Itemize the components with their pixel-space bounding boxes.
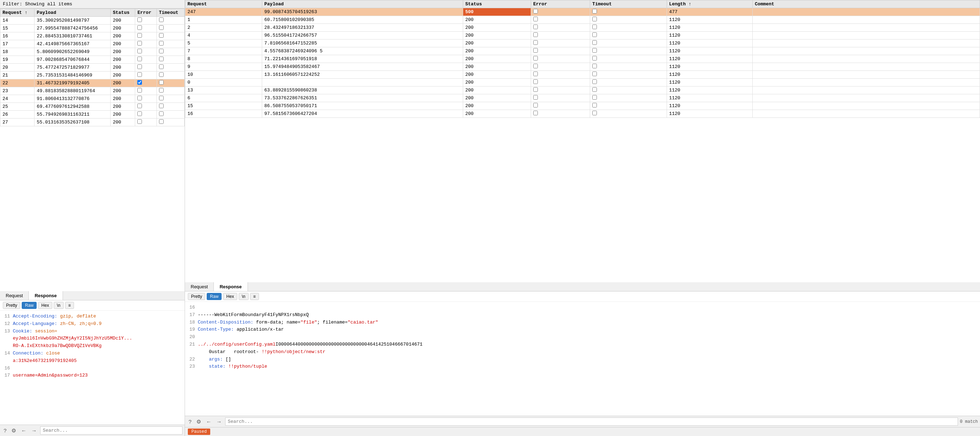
right-table-row[interactable]: 57.810656816471522852001120 — [185, 40, 980, 47]
right-row-timeout-checkbox[interactable] — [592, 24, 597, 29]
left-help-icon[interactable]: ? — [2, 427, 8, 434]
left-table-row[interactable]: 2125.73531531484146969200 — [0, 72, 185, 79]
left-row-error-checkbox[interactable] — [137, 72, 142, 77]
left-row-error-checkbox[interactable] — [137, 80, 142, 85]
left-fmt-newline[interactable]: \n — [54, 302, 64, 309]
left-row-timeout-checkbox[interactable] — [159, 96, 164, 101]
left-fmt-hex[interactable]: Hex — [38, 302, 52, 309]
right-table-row[interactable]: 228.4324971863213372001120 — [185, 24, 980, 32]
left-row-timeout-checkbox[interactable] — [159, 104, 164, 108]
left-fmt-raw[interactable]: Raw — [22, 302, 37, 309]
right-row-error-checkbox[interactable] — [533, 48, 538, 53]
left-table-row[interactable]: 2569.4776097612942588200 — [0, 103, 185, 111]
right-table-row[interactable]: 1013.161160605712242522001120 — [185, 71, 980, 79]
left-table-row[interactable]: 2231.4673219979192405200 — [0, 79, 185, 87]
right-row-error-checkbox[interactable] — [533, 72, 538, 76]
right-row-timeout-checkbox[interactable] — [592, 95, 597, 100]
right-row-error-checkbox[interactable] — [533, 32, 538, 37]
right-row-error-checkbox[interactable] — [533, 9, 538, 14]
right-fmt-menu[interactable]: ≡ — [250, 293, 259, 300]
right-row-timeout-checkbox[interactable] — [592, 56, 597, 61]
left-row-error-checkbox[interactable] — [137, 25, 142, 30]
left-search-input[interactable] — [40, 426, 183, 434]
right-row-timeout-checkbox[interactable] — [592, 79, 597, 84]
right-row-timeout-checkbox[interactable] — [592, 48, 597, 53]
right-help-icon[interactable]: ? — [187, 418, 193, 425]
right-table-row[interactable]: 915.974948490535824672001120 — [185, 63, 980, 71]
right-row-timeout-checkbox[interactable] — [592, 9, 597, 14]
right-row-error-checkbox[interactable] — [533, 24, 538, 29]
left-table-row[interactable]: 2755.0131635352637108200 — [0, 118, 185, 126]
left-table-row[interactable]: 1527.9955478887424756456200 — [0, 24, 185, 32]
right-row-error-checkbox[interactable] — [533, 17, 538, 21]
right-table-row[interactable]: 24799.0087435704519263500477 — [185, 8, 980, 16]
left-fmt-pretty[interactable]: Pretty — [3, 302, 20, 309]
right-forward-icon[interactable]: → — [215, 418, 223, 425]
left-row-timeout-checkbox[interactable] — [159, 88, 164, 93]
right-table-row[interactable]: 1697.58156736064272042001120 — [185, 110, 980, 118]
left-row-timeout-checkbox[interactable] — [159, 119, 164, 124]
left-row-error-checkbox[interactable] — [137, 112, 142, 116]
right-row-error-checkbox[interactable] — [533, 111, 538, 115]
left-table-row[interactable]: 1742.4149875667365167200 — [0, 40, 185, 48]
right-row-timeout-checkbox[interactable] — [592, 87, 597, 92]
left-table-row[interactable]: 1997.0028685470676844200 — [0, 56, 185, 64]
right-fmt-pretty[interactable]: Pretty — [188, 293, 205, 300]
left-row-error-checkbox[interactable] — [137, 119, 142, 124]
left-row-error-checkbox[interactable] — [137, 18, 142, 22]
right-table-row[interactable]: 74.55768387246924096 52001120 — [185, 47, 980, 55]
left-row-error-checkbox[interactable] — [137, 96, 142, 101]
left-table-row[interactable]: 1622.88453130810737461200 — [0, 32, 185, 40]
right-row-timeout-checkbox[interactable] — [592, 103, 597, 107]
left-row-timeout-checkbox[interactable] — [159, 72, 164, 77]
right-row-timeout-checkbox[interactable] — [592, 32, 597, 37]
right-row-error-checkbox[interactable] — [533, 56, 538, 61]
right-fmt-newline[interactable]: \n — [239, 293, 249, 300]
left-tab-request[interactable]: Request — [0, 291, 29, 300]
right-table-row[interactable]: 1586.50875505370501712001120 — [185, 102, 980, 110]
left-table-row[interactable]: 1435.3002952081498797200 — [0, 17, 185, 24]
left-row-timeout-checkbox[interactable] — [159, 49, 164, 53]
left-row-error-checkbox[interactable] — [137, 57, 142, 61]
left-row-error-checkbox[interactable] — [137, 104, 142, 108]
right-row-timeout-checkbox[interactable] — [592, 40, 597, 45]
left-row-error-checkbox[interactable] — [137, 33, 142, 38]
right-row-timeout-checkbox[interactable] — [592, 64, 597, 68]
right-row-error-checkbox[interactable] — [533, 103, 538, 107]
right-row-timeout-checkbox[interactable] — [592, 111, 597, 115]
left-fmt-menu[interactable]: ≡ — [65, 302, 74, 309]
right-table-row[interactable]: 160.7158001020903852001120 — [185, 16, 980, 24]
left-row-timeout-checkbox[interactable] — [159, 57, 164, 61]
right-row-error-checkbox[interactable] — [533, 95, 538, 100]
right-row-error-checkbox[interactable] — [533, 40, 538, 45]
right-row-error-checkbox[interactable] — [533, 79, 538, 84]
left-row-timeout-checkbox[interactable] — [159, 80, 164, 85]
left-tab-response[interactable]: Response — [29, 291, 63, 300]
right-tab-response[interactable]: Response — [214, 282, 248, 291]
left-settings-icon[interactable]: ⚙ — [10, 427, 18, 434]
left-table-row[interactable]: 2655.7949269831163211200 — [0, 111, 185, 118]
left-row-timeout-checkbox[interactable] — [159, 25, 164, 30]
left-table-row[interactable]: 2349.881835828880119764200 — [0, 87, 185, 95]
left-forward-icon[interactable]: → — [30, 427, 38, 434]
left-row-error-checkbox[interactable] — [137, 41, 142, 46]
right-fmt-hex[interactable]: Hex — [223, 293, 237, 300]
right-settings-icon[interactable]: ⚙ — [195, 418, 202, 426]
left-row-timeout-checkbox[interactable] — [159, 64, 164, 69]
right-row-timeout-checkbox[interactable] — [592, 72, 597, 76]
left-table-row[interactable]: 2075.4772472571829977200 — [0, 64, 185, 72]
right-table-row[interactable]: 496.51550417242667572001120 — [185, 32, 980, 40]
left-row-timeout-checkbox[interactable] — [159, 18, 164, 22]
left-row-error-checkbox[interactable] — [137, 49, 142, 53]
left-table-row[interactable]: 2491.8060413132770876200 — [0, 95, 185, 103]
right-search-input[interactable] — [225, 417, 958, 426]
left-table-area[interactable]: Request ↑ Payload Status Error Timeout 1… — [0, 8, 185, 291]
left-row-error-checkbox[interactable] — [137, 88, 142, 93]
right-table-row[interactable]: 871.22143616970519182001120 — [185, 55, 980, 63]
right-table-row[interactable]: 02001120 — [185, 79, 980, 86]
left-row-timeout-checkbox[interactable] — [159, 41, 164, 46]
right-row-error-checkbox[interactable] — [533, 64, 538, 68]
right-row-timeout-checkbox[interactable] — [592, 17, 597, 21]
right-table-row[interactable]: 673.53376228676263512001120 — [185, 94, 980, 102]
left-row-error-checkbox[interactable] — [137, 64, 142, 69]
